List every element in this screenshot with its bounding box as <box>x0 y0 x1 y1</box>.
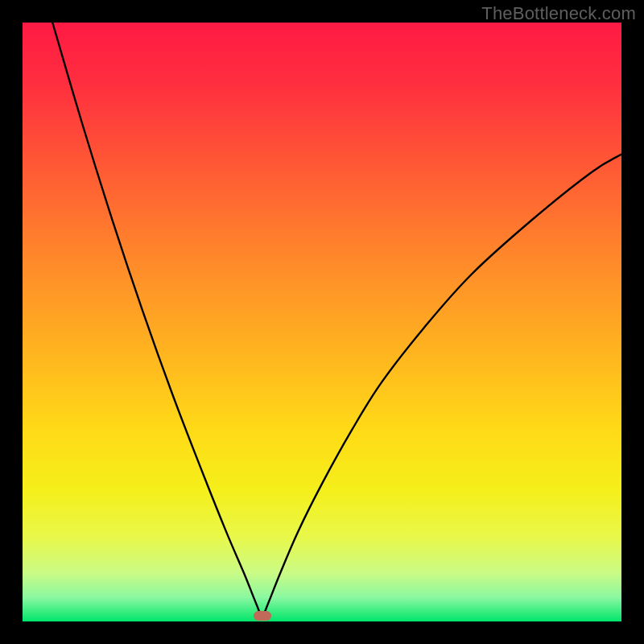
watermark-text: TheBottleneck.com <box>481 3 636 24</box>
minimum-marker <box>254 611 271 621</box>
chart-frame: TheBottleneck.com <box>0 0 644 644</box>
plot-area <box>23 23 621 621</box>
curve-line <box>23 23 621 621</box>
